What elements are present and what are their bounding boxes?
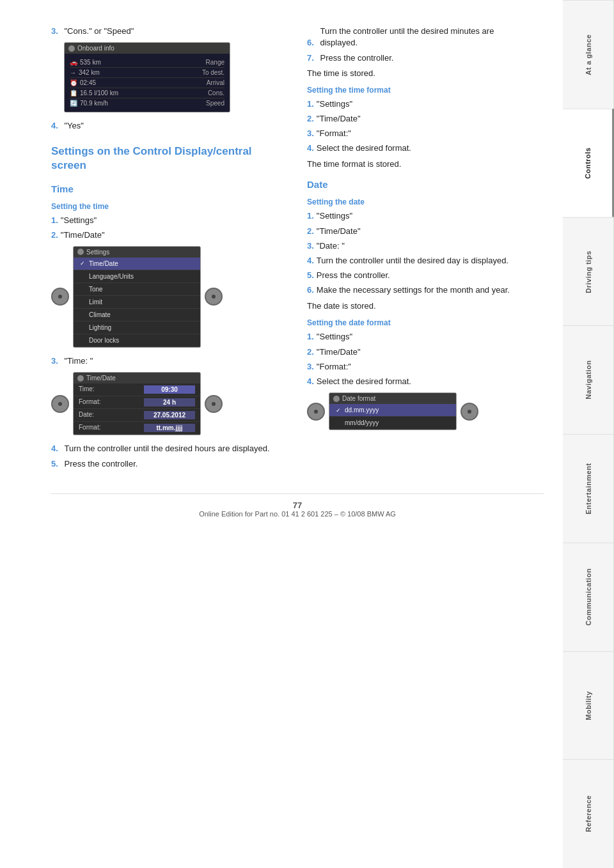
sidebar-tab-mobility[interactable]: Mobility <box>563 651 614 760</box>
sidebar-tab-reference[interactable]: Reference <box>563 759 614 868</box>
controller-dot <box>468 410 471 414</box>
controller-dot <box>314 410 318 414</box>
controller-dot <box>212 402 216 406</box>
date-setting-heading: Setting the date <box>307 198 544 206</box>
controller-dot <box>212 295 216 298</box>
sidebar-tab-navigation[interactable]: Navigation <box>563 325 614 434</box>
controller-dot <box>58 402 62 406</box>
left-column: 3. "Cons." or "Speed" Onboard info 🚗535 … <box>51 26 288 474</box>
onboard-row: 📋16.5 l/100 km Cons. <box>70 88 224 98</box>
sidebar-tab-entertainment[interactable]: Entertainment <box>563 434 614 543</box>
settings-item: Lighting <box>74 322 200 334</box>
date-format-step: 4. Select the desired format. <box>307 376 544 387</box>
timedate-screen: Time/Date Time: 09:30 Format: 24 h <box>73 372 201 435</box>
date-steps: 1. "Settings" 2. "Time/Date" 3. "Date: "… <box>307 210 544 296</box>
step-number: 4. <box>51 121 58 130</box>
format-step: 1. "Settings" <box>307 98 544 110</box>
step7: 7. Press the controller. <box>307 52 544 64</box>
step6: 6. Turn the controller until the desired… <box>307 26 544 49</box>
settings-titlebar: Settings <box>74 247 200 258</box>
date-stored-note: The date is stored. <box>307 301 544 311</box>
date-format-heading: Setting the date format <box>307 318 544 327</box>
settings-screen: Settings ✓ Time/Date Language/Units <box>73 246 201 348</box>
settings-item: Limit <box>74 296 200 309</box>
settings-icon <box>77 249 84 255</box>
timedate-content: Time: 09:30 Format: 24 h Date: 27.05.201… <box>74 384 200 435</box>
controller-left2 <box>51 395 69 413</box>
step-number: 4. <box>51 444 58 453</box>
dateformat-title: Date format <box>342 395 375 402</box>
step-number: 7. <box>307 53 314 63</box>
date-format-step: 2. "Time/Date" <box>307 346 544 358</box>
dateformat-item-selected: ✓ dd.mm.yyyy <box>329 404 456 417</box>
onboard-row: 🔄70.9 km/h Speed <box>70 98 224 108</box>
date-format-steps: 1. "Settings" 2. "Time/Date" 3. "Format:… <box>307 331 544 387</box>
date-step: 2. "Time/Date" <box>307 226 544 237</box>
timedate-icon <box>77 375 84 382</box>
timedate-row: Format: 24 h <box>74 396 200 409</box>
time-step-2: 2. "Time/Date" <box>51 229 288 241</box>
sidebar-tab-driving-tips[interactable]: Driving tips <box>563 217 614 326</box>
step-number: 3. <box>51 26 58 36</box>
sidebar-tab-communication[interactable]: Communication <box>563 543 614 651</box>
date-format-step: 3. "Format:" <box>307 361 544 373</box>
step-number: 6. <box>307 38 314 47</box>
controller-right3 <box>460 403 478 421</box>
date-step: 6. Make the necessary settings for the m… <box>307 284 544 296</box>
footer-text: Online Edition for Part no. 01 41 2 601 … <box>199 510 396 518</box>
step-text: "Yes" <box>64 121 83 130</box>
sidebar-tab-controls[interactable]: Controls <box>563 109 614 217</box>
onboard-row: ⏰02:45 Arrival <box>70 78 224 88</box>
settings-item-selected: ✓ Time/Date <box>74 258 200 270</box>
date-step: 3. "Date: " <box>307 240 544 252</box>
setting-time-heading: Setting the time <box>51 202 288 211</box>
settings-item: Language/Units <box>74 270 200 283</box>
settings-screen-wrapper: Settings ✓ Time/Date Language/Units <box>51 246 288 348</box>
format-step: 4. Select the desired format. <box>307 143 544 154</box>
controller-right <box>205 288 223 306</box>
sidebar-tab-at-a-glance[interactable]: At a glance <box>563 0 614 109</box>
settings-item: Climate <box>74 309 200 322</box>
dateformat-icon <box>333 396 340 402</box>
format-steps: 1. "Settings" 2. "Time/Date" 3. "Format:… <box>307 98 544 155</box>
main-heading: Settings on the Control Display/central … <box>51 144 288 173</box>
step-text: Turn the controller until the desired mi… <box>320 26 512 49</box>
dateformat-screen-wrapper: Date format ✓ dd.mm.yyyy mm/dd/yyyy <box>307 392 544 430</box>
screen-icon <box>68 45 75 52</box>
screen-title: Onboard info <box>77 45 114 52</box>
settings-content: ✓ Time/Date Language/Units Tone <box>74 258 200 347</box>
settings-item: Tone <box>74 283 200 296</box>
step-number: 3. <box>51 356 58 366</box>
onboard-screen: Onboard info 🚗535 km Range →342 km To de… <box>64 42 230 112</box>
right-column: 6. Turn the controller until the desired… <box>307 26 544 474</box>
dateformat-content: ✓ dd.mm.yyyy mm/dd/yyyy <box>329 404 456 430</box>
timedate-row: Format: tt.mm.jjjj <box>74 422 200 435</box>
date-step: 4. Turn the controller until the desired… <box>307 255 544 267</box>
step3-time: 3. "Time: " <box>51 355 288 367</box>
time-step-1: 1. "Settings" <box>51 215 288 226</box>
time-heading: Time <box>51 183 288 194</box>
timedate-row: Date: 27.05.2012 <box>74 409 200 422</box>
date-step: 1. "Settings" <box>307 210 544 222</box>
dateformat-item: mm/dd/yyyy <box>329 417 456 430</box>
dateformat-screen: Date format ✓ dd.mm.yyyy mm/dd/yyyy <box>329 392 457 430</box>
time-stored-note: The time is stored. <box>307 68 544 78</box>
screen-titlebar: Onboard info <box>65 43 230 54</box>
onboard-row: 🚗535 km Range <box>70 58 224 68</box>
format-stored-note: The time format is stored. <box>307 159 544 169</box>
page-footer: 77 Online Edition for Part no. 01 41 2 6… <box>51 493 544 518</box>
format-step: 2. "Time/Date" <box>307 113 544 125</box>
timedate-row: Time: 09:30 <box>74 384 200 396</box>
dateformat-titlebar: Date format <box>329 393 456 404</box>
date-step: 5. Press the controller. <box>307 270 544 281</box>
settings-title: Settings <box>86 249 109 256</box>
step-text: Press the controller. <box>64 459 138 469</box>
sidebar: At a glance Controls Driving tips Naviga… <box>563 0 614 868</box>
date-heading: Date <box>307 179 544 190</box>
controller-dot <box>58 295 62 298</box>
timedate-screen-wrapper: Time/Date Time: 09:30 Format: 24 h <box>51 372 288 435</box>
controller-right2 <box>205 395 223 413</box>
timedate-titlebar: Time/Date <box>74 373 200 384</box>
step4-controller: 4. Turn the controller until the desired… <box>51 443 288 454</box>
onboard-row: →342 km To dest. <box>70 68 224 78</box>
